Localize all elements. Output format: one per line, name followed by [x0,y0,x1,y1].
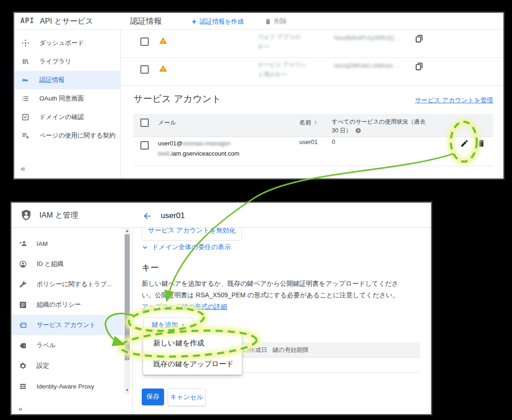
service-accounts-title: サービス アカウント [133,93,221,105]
page-agreement-icon [21,132,30,140]
scrollbar-thumb[interactable] [125,234,130,360]
redacted-text: teett [158,150,170,157]
header-checkbox[interactable] [140,119,149,127]
edit-pencil-icon[interactable] [460,139,469,148]
gear-icon [18,362,27,370]
sidebar-item-dashboard[interactable]: ダッシュボード [14,34,120,52]
domain-check-icon [21,113,30,121]
add-key-button[interactable]: 鍵を追加 ▼ [143,317,193,333]
redacted-key-name: ウエブ アプリの キー [258,32,301,52]
sidebar-item-org-policies[interactable]: 組織のポリシー [12,295,124,315]
help-icon[interactable]: ? [355,127,361,134]
column-usage: すべてのサービスの使用状況（過去 30 日） ? [332,118,438,135]
sidebar-item-credentials[interactable]: 認証情報 [14,71,120,89]
column-name-sort[interactable]: 名前 ↑ [299,119,317,127]
service-account-usage: 0 [332,138,335,145]
keys-description: 新しい鍵ペアを追加するか、既存の鍵ペアから公開鍵証明書をアップロードしてくださ … [142,278,420,301]
dashboard-icon [21,39,30,47]
page-title: 認証情報 [130,16,162,26]
sidebar-item-oauth-consent[interactable]: OAuth 同意画面 [14,89,120,108]
save-button[interactable]: 保存 [142,389,164,405]
sidebar: IAM ID と組織 ポリシーに関するトラブ... 組織のポリシー サービス ア… [12,233,124,396]
sidebar-divider [132,227,133,414]
collapse-sidebar-icon[interactable] [16,406,24,413]
iam-admin-window: IAM と管理 user01 IAM ID と組織 ポリシーに関するトラブ... [11,202,431,414]
library-icon [21,57,30,66]
wrench-icon [18,280,27,289]
copy-icon[interactable] [415,62,424,71]
row-divider [120,57,503,58]
cancel-button[interactable]: キャンセル [168,389,206,406]
create-credentials-button[interactable]: + 認証情報を作成 [192,17,244,26]
apis-services-window: API API とサービス 認証情報 + 認証情報を作成 削除 ダッシュボード … [14,13,504,179]
api-logo-icon: API [20,17,34,25]
iam-shield-person-icon [20,209,32,221]
upload-key-format-link[interactable]: アップロード鍵の形式の詳細 [142,303,227,311]
sidebar-item-id-organization[interactable]: ID と組織 [12,254,124,274]
column-email: メール [158,119,177,127]
page-title: user01 [161,211,185,220]
sidebar-item-page-usage-agreements[interactable]: ページの使用に関する契約 [14,126,120,145]
warning-icon [159,64,167,73]
domain-delegation-toggle[interactable]: ドメイン全体の委任の表示 [142,243,231,251]
trash-icon [265,18,272,25]
redacted-key-value: laksdj38fKdieLs9dKwd. . . [334,63,400,69]
row-divider [120,85,503,86]
sidebar-item-labels[interactable]: ラベル [12,335,124,356]
warning-icon [159,37,167,45]
scroll-down-icon[interactable]: ▼ [124,388,130,393]
app-title: IAM と管理 [39,210,78,220]
add-key-menu: 新しい鍵を作成 既存の鍵をアップロード [143,333,242,375]
sidebar-item-settings[interactable]: 設定 [12,356,124,376]
person-add-icon [18,239,27,248]
scroll-up-icon[interactable]: ▲ [124,228,130,234]
keys-section-title: キー [142,262,158,273]
row-checkbox[interactable] [140,65,149,74]
delete-trash-icon[interactable] [477,139,486,148]
collapse-sidebar-icon[interactable] [18,165,26,173]
sidebar: ダッシュボード ライブラリ 認証情報 OAuth 同意画面 ドメインの確認 [14,34,120,145]
disable-service-account-button-clipped[interactable]: サービス アカウントを無効化 [142,228,242,241]
sidebar-item-policy-troubleshooter[interactable]: ポリシーに関するトラブ... [12,274,124,295]
sidebar-divider [120,29,120,178]
menu-item-upload-existing-key[interactable]: 既存の鍵をアップロード [143,354,242,375]
chevron-down-icon [142,244,148,251]
service-account-email: user01@oonnaa-nnanagor- teett.iam.gservi… [158,138,240,159]
dropdown-arrow-icon: ▼ [181,323,185,327]
sidebar-item-domain-verification[interactable]: ドメインの確認 [14,108,120,126]
sidebar-item-service-accounts[interactable]: サービス アカウント [12,315,124,335]
svg-text:?: ? [357,129,360,133]
key-icon [21,76,30,84]
menu-item-create-new-key[interactable]: 新しい鍵を作成 [143,333,242,354]
identity-icon [18,260,27,269]
label-icon [18,341,27,350]
sidebar-item-library[interactable]: ライブラリ [14,52,120,71]
service-account-name: user01 [299,138,318,145]
sort-ascending-icon: ↑ [314,119,317,127]
redacted-text: oonnaa-nnanagor- [183,140,232,147]
delete-credentials-button[interactable]: 削除 [265,17,287,25]
plus-icon: + [192,17,196,26]
sidebar-item-identity-aware-proxy[interactable]: Identity-Aware Proxy [12,376,124,396]
redacted-key-name: サービス アカウン ト用のキー [258,60,307,80]
back-arrow-icon[interactable] [142,211,152,221]
iap-icon [18,382,27,391]
column-key-expiry: 鍵の有効期限 [272,346,309,354]
sidebar-scrollbar[interactable]: ▲ ▼ [124,227,130,394]
row-checkbox[interactable] [140,141,149,150]
redacted-key-value: Nasdfj4KdPcXy38fKdQ. . . [334,35,402,41]
manage-service-accounts-link[interactable]: サービス アカウントを管理 [415,96,493,105]
header-divider [14,29,503,30]
org-policy-icon [18,301,27,309]
copy-icon[interactable] [415,34,424,43]
oauth-consent-icon [21,94,30,103]
service-account-icon [18,321,27,330]
app-title: API とサービス [40,16,93,26]
sidebar-item-iam[interactable]: IAM [12,233,124,254]
row-divider [133,166,493,166]
service-account-table-header: メール 名前 ↑ すべてのサービスの使用状況（過去 30 日） ? [133,114,493,137]
row-checkbox[interactable] [140,38,149,46]
